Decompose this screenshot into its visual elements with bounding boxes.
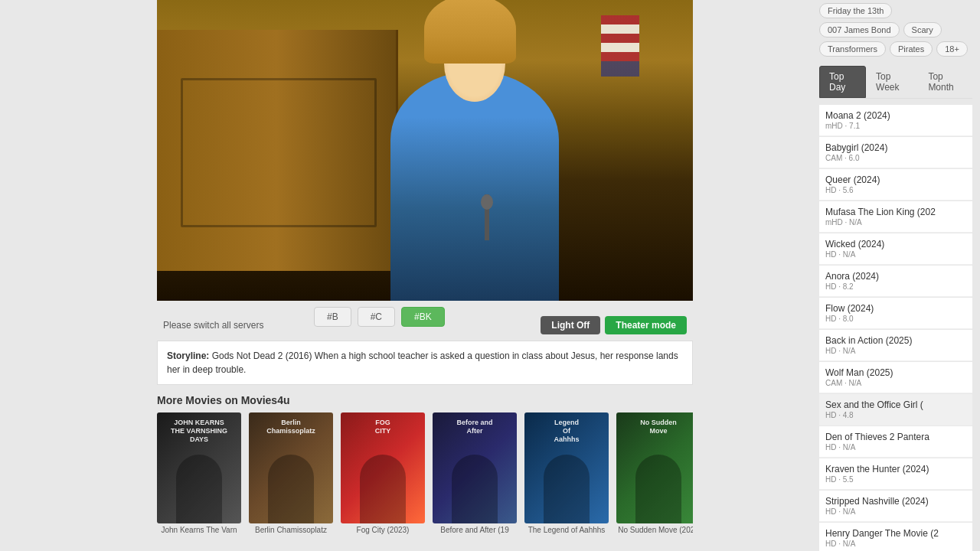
- movie-list-meta: HD · N/A: [825, 540, 966, 548]
- movie-card[interactable]: Legend Of AahhhsThe Legend of Aahhhs: [524, 412, 609, 534]
- movie-card-title: The Legend of Aahhhs: [524, 526, 609, 534]
- movie-list-title: Back in Action (2025): [825, 335, 966, 346]
- tag-pill[interactable]: 18+: [936, 41, 968, 57]
- movie-card-title: John Kearns The Varn: [157, 526, 241, 534]
- light-off-button[interactable]: Light Off: [541, 316, 600, 334]
- movie-list-item[interactable]: Back in Action (2025)HD · N/A: [819, 330, 972, 361]
- movie-card-thumb-text: No Sudden Move: [620, 419, 693, 435]
- movie-card-thumb-text: JOHN KEARNS THE VARNSHING DAYS: [161, 419, 237, 443]
- movie-card-title: Fog City (2023): [341, 526, 425, 534]
- movie-list: Moana 2 (2024)mHD · 7.1Babygirl (2024)CA…: [819, 105, 972, 551]
- movie-list-title: Queer (2024): [825, 174, 966, 185]
- movie-list-meta: HD · N/A: [825, 347, 966, 355]
- top-tabs: Top DayTop WeekTop Month: [819, 66, 972, 99]
- movie-list-item[interactable]: Wicked (2024)HD · N/A: [819, 233, 972, 265]
- movie-card-title: Before and After (19: [433, 526, 517, 534]
- movie-list-item[interactable]: Henry Danger The Movie (2HD · N/A: [819, 523, 972, 551]
- top-tab-top-week[interactable]: Top Week: [866, 66, 918, 98]
- storyline-box: Storyline: Gods Not Dead 2 (2016) When a…: [157, 341, 693, 385]
- movie-list-title: Henry Danger The Movie (2: [825, 528, 966, 539]
- movie-list-item[interactable]: Moana 2 (2024)mHD · 7.1: [819, 105, 972, 136]
- movie-card[interactable]: JOHN KEARNS THE VARNSHING DAYSJohn Kearn…: [157, 412, 241, 534]
- storyline-label: Storyline:: [167, 350, 209, 361]
- movie-list-item[interactable]: Queer (2024)HD · 5.6: [819, 169, 972, 201]
- movie-card-title: Berlin Chamissoplatz: [249, 526, 333, 534]
- movie-list-meta: mHD · 7.1: [825, 122, 966, 130]
- movie-list-meta: HD · 8.2: [825, 282, 966, 291]
- movie-list-title: Sex and the Office Girl (: [825, 399, 966, 410]
- mode-buttons: Light Off Theater mode: [541, 316, 687, 334]
- movie-list-meta: HD · 4.8: [825, 411, 966, 419]
- movie-card-thumb-text: Legend Of Aahhhs: [528, 419, 605, 443]
- top-tab-top-month[interactable]: Top Month: [918, 66, 972, 98]
- movie-list-meta: HD · 8.0: [825, 315, 966, 323]
- tag-pill[interactable]: Transformers: [819, 41, 886, 57]
- tag-pill[interactable]: Pirates: [890, 41, 933, 57]
- video-player[interactable]: [157, 0, 693, 301]
- movie-list-meta: HD · 5.6: [825, 186, 966, 194]
- video-scene: [157, 0, 693, 301]
- movie-list-title: Moana 2 (2024): [825, 110, 966, 121]
- tag-pill[interactable]: Friday the 13th: [819, 3, 892, 18]
- movie-list-title: Wicked (2024): [825, 239, 966, 249]
- movie-list-item[interactable]: Anora (2024)HD · 8.2: [819, 266, 972, 297]
- tag-pills: Friday the 13th007 James BondScaryTransf…: [819, 0, 972, 57]
- movie-cards-row: JOHN KEARNS THE VARNSHING DAYSJohn Kearn…: [157, 412, 693, 534]
- tag-pill[interactable]: Scary: [903, 22, 942, 37]
- movie-list-item[interactable]: Den of Thieves 2 PanteraHD · N/A: [819, 426, 972, 458]
- storyline-text: Gods Not Dead 2 (2016) When a high schoo…: [167, 350, 678, 375]
- movie-card[interactable]: No Sudden MoveNo Sudden Move (2021: [616, 412, 693, 534]
- movie-list-item[interactable]: Flow (2024)HD · 8.0: [819, 298, 972, 329]
- movie-list-item[interactable]: Mufasa The Lion King (202mHD · N/A: [819, 201, 972, 233]
- movie-list-title: Mufasa The Lion King (202: [825, 207, 966, 217]
- movie-list-title: Kraven the Hunter (2024): [825, 464, 966, 474]
- movie-list-title: Stripped Nashville (2024): [825, 496, 966, 507]
- movie-card-thumb-text: FOG CITY: [345, 419, 421, 435]
- movie-list-meta: CAM · N/A: [825, 379, 966, 387]
- movie-list-meta: HD · N/A: [825, 507, 966, 516]
- movie-list-item[interactable]: Wolf Man (2025)CAM · N/A: [819, 362, 972, 393]
- server-btn-bk[interactable]: #BK: [401, 307, 445, 327]
- movie-card-thumb-text: Before and After: [436, 419, 513, 435]
- movie-list-meta: mHD · N/A: [825, 218, 966, 227]
- top-tab-top-day[interactable]: Top Day: [819, 66, 866, 98]
- tag-pill[interactable]: 007 James Bond: [819, 22, 900, 37]
- movie-list-item[interactable]: Babygirl (2024)CAM · 6.0: [819, 137, 972, 168]
- movie-list-meta: HD · N/A: [825, 250, 966, 259]
- movie-list-title: Den of Thieves 2 Pantera: [825, 432, 966, 442]
- movie-list-item[interactable]: Kraven the Hunter (2024)HD · 5.5: [819, 458, 972, 490]
- movie-card[interactable]: Berlin ChamissoplatzBerlin Chamissoplatz: [249, 412, 333, 534]
- more-movies-title: More Movies on Movies4u: [157, 394, 693, 406]
- movie-list-item[interactable]: Stripped Nashville (2024)HD · N/A: [819, 491, 972, 522]
- movie-card-title: No Sudden Move (2021: [616, 526, 693, 534]
- movie-card[interactable]: FOG CITYFog City (2023): [341, 412, 425, 534]
- movie-list-item[interactable]: Sex and the Office Girl (HD · 4.8: [819, 394, 972, 425]
- right-sidebar: Friday the 13th007 James BondScaryTransf…: [812, 0, 980, 551]
- movie-list-title: Flow (2024): [825, 303, 966, 314]
- server-btn-c[interactable]: #C: [358, 307, 395, 327]
- movie-card[interactable]: Before and AfterBefore and After (19: [433, 412, 517, 534]
- server-btn-b[interactable]: #B: [314, 307, 351, 327]
- movie-list-meta: HD · N/A: [825, 443, 966, 452]
- movie-list-meta: CAM · 6.0: [825, 154, 966, 162]
- switch-servers-text: Please switch all servers: [163, 320, 263, 331]
- more-movies-section: More Movies on Movies4u JOHN KEARNS THE …: [157, 388, 693, 534]
- movie-list-meta: HD · 5.5: [825, 475, 966, 484]
- movie-list-title: Babygirl (2024): [825, 142, 966, 153]
- movie-list-title: Wolf Man (2025): [825, 367, 966, 378]
- theater-mode-button[interactable]: Theater mode: [605, 316, 687, 334]
- movie-list-title: Anora (2024): [825, 271, 966, 282]
- movie-card-thumb-text: Berlin Chamissoplatz: [253, 419, 329, 435]
